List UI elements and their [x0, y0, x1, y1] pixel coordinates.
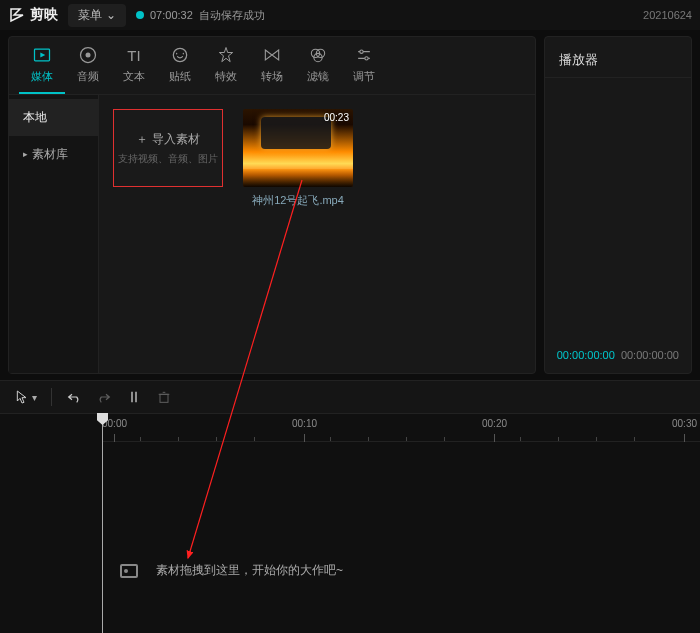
- status-dot-icon: [136, 11, 144, 19]
- svg-rect-9: [160, 394, 168, 402]
- import-media-button[interactable]: ＋ 导入素材 支持视频、音频、图片: [113, 109, 223, 187]
- player-timecodes: 00:00:00:00 00:00:00:00: [545, 343, 691, 367]
- tab-label: 音频: [77, 69, 99, 84]
- tab-text[interactable]: TI 文本: [111, 37, 157, 94]
- ruler-label: 00:20: [482, 418, 507, 429]
- svg-point-7: [360, 50, 363, 53]
- tab-audio[interactable]: 音频: [65, 37, 111, 94]
- media-source-nav: 本地 ▸素材库: [9, 95, 99, 373]
- separator: [51, 388, 52, 406]
- delete-tool[interactable]: [156, 389, 172, 405]
- tab-effects[interactable]: 特效: [203, 37, 249, 94]
- tab-label: 滤镜: [307, 69, 329, 84]
- titlebar: 剪映 菜单 ⌄ 07:00:32 自动保存成功 20210624: [0, 0, 700, 30]
- timeline-drop-hint: 素材拖拽到这里，开始你的大作吧~: [120, 562, 343, 579]
- menu-label: 菜单: [78, 7, 102, 24]
- media-clip[interactable]: 00:23 神州12号起飞.mp4: [243, 109, 353, 208]
- text-icon: TI: [124, 45, 144, 65]
- app-name: 剪映: [30, 6, 58, 24]
- expand-triangle-icon: ▸: [23, 149, 28, 159]
- tab-media[interactable]: 媒体: [19, 37, 65, 94]
- sidebar-library-label: 素材库: [32, 147, 68, 161]
- project-date: 20210624: [643, 9, 692, 21]
- svg-point-2: [86, 53, 91, 58]
- tab-label: 媒体: [31, 69, 53, 84]
- svg-point-3: [173, 48, 186, 61]
- sticker-icon: [170, 45, 190, 65]
- save-text: 自动保存成功: [199, 8, 265, 23]
- media-icon: [32, 45, 52, 65]
- clip-filename: 神州12号起飞.mp4: [252, 193, 344, 208]
- transition-icon: [262, 45, 282, 65]
- sidebar-item-library[interactable]: ▸素材库: [9, 136, 98, 173]
- audio-icon: [78, 45, 98, 65]
- save-time: 07:00:32: [150, 9, 193, 21]
- clip-duration: 00:23: [324, 112, 349, 123]
- tab-label: 贴纸: [169, 69, 191, 84]
- frame-icon: [120, 564, 138, 578]
- clip-thumbnail: 00:23: [243, 109, 353, 187]
- redo-button[interactable]: [96, 389, 112, 405]
- timeline-ruler[interactable]: 00:00 00:10 00:20 00:30: [102, 414, 700, 442]
- tab-filter[interactable]: 滤镜: [295, 37, 341, 94]
- category-tabs: 媒体 音频 TI 文本 贴纸 特效: [9, 37, 535, 95]
- app-logo-icon: [8, 6, 26, 24]
- chevron-down-icon: ▾: [32, 392, 37, 403]
- tab-adjust[interactable]: 调节: [341, 37, 387, 94]
- tab-label: 文本: [123, 69, 145, 84]
- effects-icon: [216, 45, 236, 65]
- chevron-down-icon: ⌄: [106, 8, 116, 22]
- timeline-toolbar: ▾: [0, 380, 700, 414]
- tab-transition[interactable]: 转场: [249, 37, 295, 94]
- playhead[interactable]: [102, 414, 103, 633]
- media-panel: 媒体 音频 TI 文本 贴纸 特效: [8, 36, 536, 374]
- sidebar-item-local[interactable]: 本地: [9, 99, 98, 136]
- panel-body: 本地 ▸素材库 ＋ 导入素材 支持视频、音频、图片 00:23: [9, 95, 535, 373]
- svg-point-8: [365, 57, 368, 60]
- adjust-icon: [354, 45, 374, 65]
- plus-icon: ＋: [136, 132, 148, 146]
- import-subtext: 支持视频、音频、图片: [118, 152, 218, 166]
- player-panel: 播放器 00:00:00:00 00:00:00:00: [544, 36, 692, 374]
- tab-label: 特效: [215, 69, 237, 84]
- split-tool[interactable]: [126, 389, 142, 405]
- timeline[interactable]: 00:00 00:10 00:20 00:30 素材拖拽到这里，: [0, 414, 700, 633]
- app-logo: 剪映: [8, 6, 58, 24]
- selection-tool[interactable]: ▾: [14, 389, 37, 405]
- drop-hint-text: 素材拖拽到这里，开始你的大作吧~: [156, 562, 343, 579]
- tab-label: 转场: [261, 69, 283, 84]
- media-grid: ＋ 导入素材 支持视频、音频、图片 00:23 神州12号起飞.mp4: [99, 95, 535, 373]
- undo-button[interactable]: [66, 389, 82, 405]
- filter-icon: [308, 45, 328, 65]
- menu-dropdown[interactable]: 菜单 ⌄: [68, 4, 126, 27]
- tracks-area[interactable]: 素材拖拽到这里，开始你的大作吧~: [0, 442, 700, 633]
- tab-sticker[interactable]: 贴纸: [157, 37, 203, 94]
- current-time: 00:00:00:00: [557, 349, 615, 361]
- ruler-label: 00:10: [292, 418, 317, 429]
- autosave-status: 07:00:32 自动保存成功: [136, 8, 265, 23]
- player-title: 播放器: [545, 47, 691, 78]
- total-duration: 00:00:00:00: [621, 349, 679, 361]
- import-label: 导入素材: [152, 132, 200, 146]
- import-label-row: ＋ 导入素材: [136, 131, 199, 148]
- main-area: 媒体 音频 TI 文本 贴纸 特效: [0, 30, 700, 380]
- ruler-label: 00:30: [672, 418, 697, 429]
- player-viewport[interactable]: [545, 78, 691, 343]
- tab-label: 调节: [353, 69, 375, 84]
